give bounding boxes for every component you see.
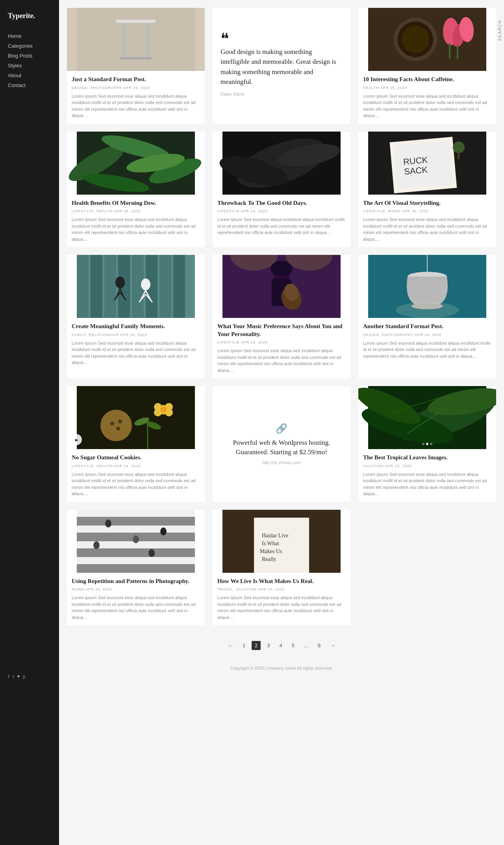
- post-title-3[interactable]: Health Benefits Of Morning Dew.: [72, 199, 200, 207]
- post-image-5: RUCK SACK: [358, 132, 496, 195]
- svg-rect-12: [449, 43, 450, 59]
- post-excerpt-12: Lorem ipsum Sed eiusmod esse aliqua sed …: [217, 594, 346, 620]
- svg-rect-1: [116, 20, 156, 23]
- quote-card: ❝ Good design is making something intell…: [213, 8, 350, 124]
- svg-point-97: [148, 549, 155, 557]
- search-label[interactable]: SEARCH: [496, 16, 504, 45]
- twitter-icon[interactable]: t: [13, 674, 14, 680]
- post-title-4[interactable]: Throwback To The Good Old Days.: [217, 199, 346, 207]
- post-meta-12: TRAVEL, VACATION APR 23, 2020: [217, 587, 346, 591]
- post-image-3: [67, 132, 205, 195]
- post-card-4: Throwback To The Good Old Days. LIFESTYL…: [213, 132, 350, 247]
- svg-rect-4: [120, 57, 152, 59]
- dot-3[interactable]: [430, 443, 432, 445]
- svg-rect-34: [104, 255, 116, 318]
- pagination-page-4[interactable]: 4: [276, 641, 285, 650]
- post-content-5: The Art Of Visual Storytelling. LIFESTYL…: [358, 195, 496, 247]
- facebook-icon[interactable]: f: [8, 674, 9, 680]
- search-sidebar: SEARCH: [496, 16, 504, 45]
- svg-point-94: [133, 535, 139, 543]
- slide-indicators: [422, 443, 432, 445]
- social-links: f t ♥ p: [0, 666, 33, 687]
- post-card-5: RUCK SACK The Art Of Visual Storytelling…: [358, 132, 496, 247]
- svg-rect-86: [77, 518, 195, 525]
- post-image-7: [213, 255, 350, 318]
- post-excerpt-2: Lorem ipsum Sed eiusmod esse aliqua sed …: [363, 93, 491, 119]
- post-title-1[interactable]: Just a Standard Format Post.: [72, 76, 200, 84]
- sidebar-item-about[interactable]: About: [8, 71, 51, 80]
- post-meta-4: LIFESTYLE APR 24, 2020: [217, 209, 346, 213]
- sidebar-item-contact[interactable]: Contact: [8, 81, 51, 89]
- svg-rect-38: [159, 255, 171, 318]
- svg-rect-30: [458, 151, 460, 159]
- music-note-icon: ♪: [343, 306, 346, 314]
- post-title-7[interactable]: What Your Music Preference Says About Yo…: [217, 323, 346, 338]
- post-title-5[interactable]: The Art Of Visual Storytelling.: [363, 199, 491, 207]
- sidebar-item-categories[interactable]: Categories: [8, 42, 51, 50]
- post-meta-8: DESIGN, PHOTOGRAPHY APR 24, 2020: [363, 333, 491, 337]
- heart-icon[interactable]: ♥: [17, 674, 20, 680]
- post-meta-7: LIFESTYLE APR 24, 2020: [217, 340, 346, 344]
- post-content-3: Health Benefits Of Morning Dew. LIFESTYL…: [67, 195, 205, 247]
- dot-1[interactable]: [422, 443, 424, 445]
- post-meta-5: LIFESTYLE, WORK APR 26, 2020: [363, 209, 491, 213]
- pagination-prev[interactable]: ←: [225, 641, 236, 650]
- post-title-11[interactable]: Using Repetition and Patterns in Photogr…: [72, 578, 200, 585]
- post-excerpt-7: Lorem ipsum Sed eiusmod esse aliqua sed …: [217, 347, 346, 373]
- post-excerpt-1: Lorem ipsum Sed eiusmod esse aliqua sed …: [72, 93, 200, 119]
- sidebar-nav: Home Categories Blog Posts Styles About …: [0, 32, 59, 89]
- post-content-2: 10 Interesting Facts About Caffeine. HEA…: [358, 71, 496, 124]
- svg-text:SACK: SACK: [404, 165, 428, 176]
- post-title-2[interactable]: 10 Interesting Facts About Caffeine.: [363, 76, 491, 84]
- post-card-1: Just a Standard Format Post. DESIGN, PHO…: [67, 8, 205, 124]
- svg-point-8: [402, 26, 429, 53]
- svg-point-45: [141, 279, 150, 290]
- play-button[interactable]: ▶: [71, 434, 82, 445]
- post-title-6[interactable]: Create Meaningful Family Moments.: [72, 323, 200, 331]
- pagination-page-5[interactable]: 5: [289, 641, 298, 650]
- post-card-10: The Best Tropical Leaves Images. VACATIO…: [358, 386, 496, 502]
- svg-point-95: [160, 527, 167, 535]
- post-image-8: [358, 255, 496, 318]
- post-meta-2: HEALTH APR 28, 2020: [363, 86, 491, 90]
- dot-2-active[interactable]: [426, 443, 428, 445]
- pagination-page-1[interactable]: 1: [239, 641, 248, 650]
- post-content-8: Another Standard Format Post. DESIGN, PH…: [358, 318, 496, 364]
- post-image-2: [358, 8, 496, 71]
- pagination: ← 1 2 3 4 5 ... 8 →: [67, 625, 496, 658]
- pinterest-icon[interactable]: p: [23, 674, 25, 680]
- link-title[interactable]: Powerful web & Wordpress hosting. Guaran…: [220, 438, 343, 457]
- svg-rect-91: [77, 557, 195, 564]
- post-title-10[interactable]: The Best Tropical Leaves Images.: [363, 454, 491, 462]
- post-card-3: Health Benefits Of Morning Dew. LIFESTYL…: [67, 132, 205, 247]
- post-title-9[interactable]: No Sugar Oatmeal Cookies.: [72, 454, 200, 462]
- post-image-6: [67, 255, 205, 318]
- post-meta-10: VACATION APR 23, 2020: [363, 464, 491, 468]
- svg-point-67: [116, 427, 120, 431]
- footer: Copyright © 2020,Company name All rights…: [67, 658, 496, 682]
- post-image-10: [358, 386, 496, 449]
- site-logo[interactable]: Typerite.: [0, 8, 59, 32]
- svg-rect-90: [77, 549, 195, 556]
- link-url[interactable]: http://yc.chinaz.com: [262, 460, 300, 465]
- sidebar-item-styles[interactable]: Styles: [8, 61, 51, 70]
- sidebar-item-home[interactable]: Home: [8, 32, 51, 40]
- pagination-page-3[interactable]: 3: [264, 641, 273, 650]
- footer-copyright: Copyright © 2020,Company name All rights…: [230, 666, 333, 670]
- svg-rect-32: [77, 255, 89, 318]
- posts-grid: Just a Standard Format Post. DESIGN, PHO…: [67, 8, 496, 625]
- pagination-page-8[interactable]: 8: [315, 641, 324, 650]
- post-content-4: Throwback To The Good Old Days. LIFESTYL…: [213, 195, 350, 241]
- sidebar-item-blog-posts[interactable]: Blog Posts: [8, 52, 51, 60]
- svg-point-93: [105, 520, 111, 527]
- post-title-12[interactable]: How We Live Is What Makes Us Real.: [217, 578, 346, 585]
- link-ad-card: 🔗 Powerful web & Wordpress hosting. Guar…: [213, 386, 350, 502]
- post-title-8[interactable]: Another Standard Format Post.: [363, 323, 491, 331]
- svg-point-66: [118, 420, 122, 423]
- pagination-page-2-active[interactable]: 2: [252, 641, 261, 650]
- svg-rect-33: [91, 255, 102, 318]
- post-meta-6: FAMILY, RELATIONSHIP APR 26, 2020: [72, 333, 200, 337]
- post-meta-1: DESIGN, PHOTOGRAPHY APR 29, 2020: [72, 86, 200, 90]
- post-image-1: [67, 8, 205, 71]
- pagination-next[interactable]: →: [327, 641, 338, 650]
